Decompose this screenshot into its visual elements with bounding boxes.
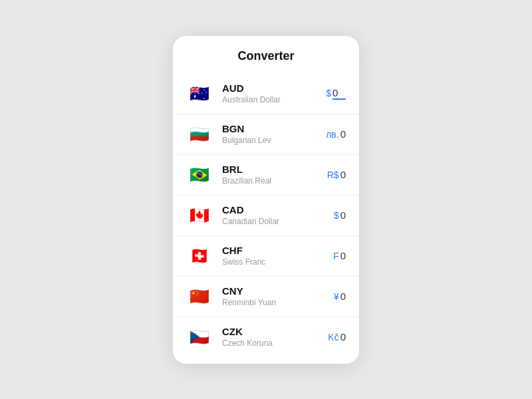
currency-symbol: ¥ bbox=[334, 291, 339, 302]
currency-value: R$0 bbox=[327, 169, 346, 180]
currency-value: лв.0 bbox=[326, 128, 346, 140]
currency-name: Bulgarian Lev bbox=[222, 136, 326, 145]
currency-code: CNY bbox=[222, 285, 334, 297]
flag-bgn: 🇧🇬 bbox=[186, 121, 213, 148]
currency-code: CZK bbox=[222, 326, 328, 337]
flag-brl: 🇧🇷 bbox=[186, 162, 213, 188]
card-title: Converter bbox=[173, 49, 359, 63]
currency-amount[interactable]: 0 bbox=[332, 87, 346, 100]
currency-amount: 0 bbox=[340, 128, 346, 140]
currency-symbol: $ bbox=[326, 88, 331, 98]
currency-info: CHFSwiss Franc bbox=[222, 245, 333, 267]
currency-amount: 0 bbox=[340, 250, 346, 261]
flag-cad: 🇨🇦 bbox=[186, 202, 213, 229]
currency-value: Kč0 bbox=[328, 331, 346, 342]
currency-name: Brazilian Real bbox=[222, 176, 327, 186]
currency-code: CAD bbox=[222, 204, 334, 215]
flag-czk: 🇨🇿 bbox=[186, 324, 213, 350]
flag-chf: 🇨🇭 bbox=[186, 243, 213, 269]
currency-code: BGN bbox=[222, 123, 326, 134]
currency-symbol: $ bbox=[334, 210, 339, 221]
currency-item[interactable]: 🇨🇦CADCanadian Dollar$0 bbox=[173, 196, 359, 236]
currency-symbol: F bbox=[333, 251, 339, 261]
currency-value: ¥0 bbox=[334, 291, 346, 302]
currency-name: Renminbi Yuan bbox=[222, 298, 334, 307]
currency-name: Swiss Franc bbox=[222, 257, 333, 267]
currency-name: Czech Koruna bbox=[222, 338, 328, 348]
currency-amount: 0 bbox=[340, 209, 346, 221]
flag-cny: 🇨🇳 bbox=[186, 283, 213, 310]
currency-amount: 0 bbox=[340, 169, 346, 180]
currency-info: BRLBrazilian Real bbox=[222, 164, 327, 186]
currency-info: CNYRenminbi Yuan bbox=[222, 285, 334, 307]
currency-value: $0 bbox=[334, 209, 346, 221]
currency-item[interactable]: 🇦🇺AUDAustralian Dollar$0 bbox=[173, 74, 359, 114]
currency-code: AUD bbox=[222, 82, 326, 94]
currency-item[interactable]: 🇧🇷BRLBrazilian RealR$0 bbox=[173, 155, 359, 196]
currency-name: Australian Dollar bbox=[222, 95, 326, 104]
currency-value: F0 bbox=[333, 250, 346, 261]
currency-name: Canadian Dollar bbox=[222, 217, 334, 226]
currency-code: CHF bbox=[222, 245, 333, 256]
currency-value[interactable]: $0 bbox=[326, 87, 346, 100]
currency-list: 🇦🇺AUDAustralian Dollar$0🇧🇬BGNBulgarian L… bbox=[173, 74, 359, 357]
currency-symbol: лв. bbox=[326, 129, 339, 140]
converter-card: Converter 🇦🇺AUDAustralian Dollar$0🇧🇬BGNB… bbox=[173, 36, 359, 364]
currency-symbol: R$ bbox=[327, 170, 339, 180]
currency-info: CADCanadian Dollar bbox=[222, 204, 334, 226]
currency-item[interactable]: 🇨🇳CNYRenminbi Yuan¥0 bbox=[173, 277, 359, 317]
currency-info: BGNBulgarian Lev bbox=[222, 123, 326, 145]
currency-info: CZKCzech Koruna bbox=[222, 326, 328, 348]
flag-aud: 🇦🇺 bbox=[186, 80, 213, 107]
currency-amount: 0 bbox=[340, 331, 346, 342]
currency-symbol: Kč bbox=[328, 332, 338, 342]
currency-item[interactable]: 🇨🇭CHFSwiss FrancF0 bbox=[173, 236, 359, 277]
currency-item[interactable]: 🇧🇬BGNBulgarian Levлв.0 bbox=[173, 114, 359, 155]
currency-code: BRL bbox=[222, 164, 327, 175]
currency-item[interactable]: 🇨🇿CZKCzech KorunaKč0 bbox=[173, 317, 359, 357]
currency-info: AUDAustralian Dollar bbox=[222, 82, 326, 104]
currency-amount: 0 bbox=[340, 291, 346, 302]
